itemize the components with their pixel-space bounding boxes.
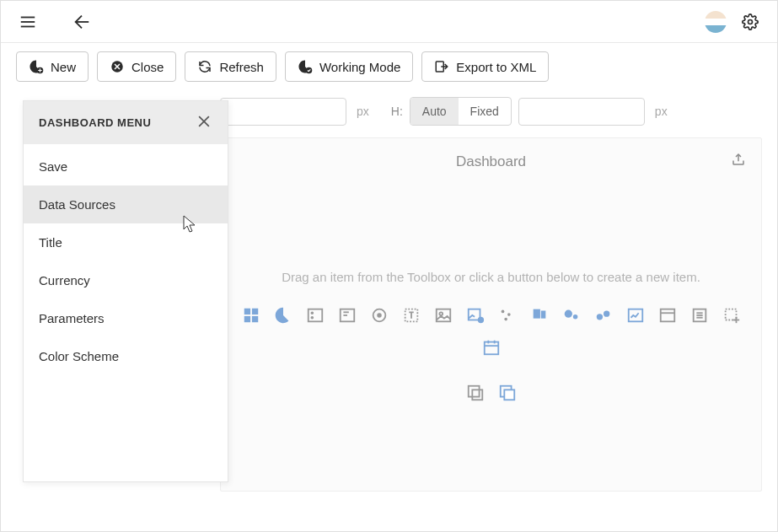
refresh-label: Refresh <box>219 60 264 74</box>
height-label: H: <box>386 105 403 118</box>
svg-point-24 <box>439 312 443 315</box>
close-label: Close <box>131 60 164 74</box>
svg-point-21 <box>378 314 381 317</box>
hamburger-icon[interactable] <box>11 5 45 39</box>
svg-rect-11 <box>251 309 257 314</box>
svg-point-29 <box>504 318 507 321</box>
svg-rect-53 <box>504 390 514 400</box>
menu-title: DASHBOARD MENU <box>39 116 151 129</box>
svg-rect-51 <box>472 390 482 400</box>
svg-rect-31 <box>540 311 545 319</box>
height-auto-option[interactable]: Auto <box>410 98 459 125</box>
bubble2-tool-icon[interactable] <box>594 306 613 325</box>
listbox-tool-icon[interactable] <box>690 306 709 325</box>
svg-rect-50 <box>468 386 479 397</box>
image-tool-icon[interactable] <box>434 306 453 325</box>
card-tool-icon[interactable] <box>306 306 325 325</box>
dashboard-title: Dashboard <box>456 153 526 170</box>
group-tool-icon[interactable] <box>466 384 485 402</box>
toolbox-grid <box>239 306 744 402</box>
top-bar <box>1 1 777 43</box>
treemap-tool-icon[interactable] <box>530 306 549 325</box>
dashboard-menu-panel: DASHBOARD MENU Save Data Sources Title C… <box>23 100 228 482</box>
svg-rect-36 <box>628 309 642 322</box>
svg-point-27 <box>501 310 504 314</box>
bubble-tool-icon[interactable] <box>562 306 581 325</box>
scatter-tool-icon[interactable] <box>498 306 517 325</box>
circle-tool-icon[interactable] <box>370 306 389 325</box>
back-arrow-icon[interactable] <box>65 5 99 39</box>
svg-point-4 <box>748 19 753 24</box>
svg-point-26 <box>477 317 483 323</box>
height-unit: px <box>655 105 668 118</box>
gear-icon[interactable] <box>733 5 767 39</box>
menu-item-color-scheme[interactable]: Color Scheme <box>24 337 228 375</box>
list-tool-icon[interactable] <box>658 306 677 325</box>
svg-point-15 <box>311 312 313 314</box>
menu-item-save[interactable]: Save <box>24 148 228 185</box>
text-tool-icon[interactable] <box>402 306 421 325</box>
width-input[interactable] <box>220 98 346 126</box>
svg-rect-46 <box>484 342 498 355</box>
width-unit: px <box>357 105 369 118</box>
svg-rect-12 <box>244 316 249 322</box>
svg-point-33 <box>572 314 577 320</box>
menu-item-parameters[interactable]: Parameters <box>24 299 228 337</box>
range-tool-icon[interactable] <box>626 306 645 325</box>
dashboard-canvas: Dashboard Drag an item from the Toolbox … <box>220 137 762 492</box>
export-xml-button[interactable]: Export to XML <box>421 51 549 82</box>
working-mode-label: Working Mode <box>319 60 400 74</box>
date-tool-icon[interactable] <box>482 338 501 357</box>
svg-rect-37 <box>660 309 674 322</box>
new-button[interactable]: New <box>16 51 89 82</box>
working-mode-button[interactable]: Working Mode <box>285 51 413 82</box>
export-icon[interactable] <box>731 152 746 171</box>
new-label: New <box>51 60 76 74</box>
svg-point-16 <box>311 317 313 319</box>
svg-rect-30 <box>533 309 539 319</box>
image-add-tool-icon[interactable] <box>466 306 485 325</box>
menu-item-currency[interactable]: Currency <box>24 261 228 299</box>
height-input[interactable] <box>518 98 645 126</box>
refresh-button[interactable]: Refresh <box>185 51 276 82</box>
svg-point-35 <box>604 311 609 317</box>
menu-item-title[interactable]: Title <box>24 223 228 261</box>
action-toolbar: New Close Refresh Working Mode Export to… <box>1 43 777 90</box>
close-icon[interactable] <box>196 113 212 132</box>
empty-placeholder-text: Drag an item from the Toolbox or click a… <box>221 270 761 284</box>
menu-item-data-sources[interactable]: Data Sources <box>24 185 228 223</box>
avatar[interactable] <box>705 11 727 33</box>
svg-rect-23 <box>436 309 450 322</box>
svg-rect-13 <box>251 316 257 322</box>
export-xml-label: Export to XML <box>456 60 536 74</box>
svg-rect-14 <box>308 309 322 322</box>
close-button[interactable]: Close <box>97 51 176 82</box>
tabbed-group-tool-icon[interactable] <box>498 384 517 402</box>
grid-tool-icon[interactable] <box>242 306 260 325</box>
height-fixed-option[interactable]: Fixed <box>459 98 511 125</box>
svg-point-34 <box>596 314 602 320</box>
add-container-tool-icon[interactable] <box>722 306 741 325</box>
svg-point-28 <box>507 313 511 316</box>
gauge-tool-icon[interactable] <box>338 306 357 325</box>
pie-tool-icon[interactable] <box>274 306 292 325</box>
svg-rect-43 <box>725 309 736 320</box>
height-mode-segment: Auto Fixed <box>410 97 512 126</box>
svg-rect-10 <box>244 309 249 314</box>
svg-point-32 <box>564 310 571 318</box>
